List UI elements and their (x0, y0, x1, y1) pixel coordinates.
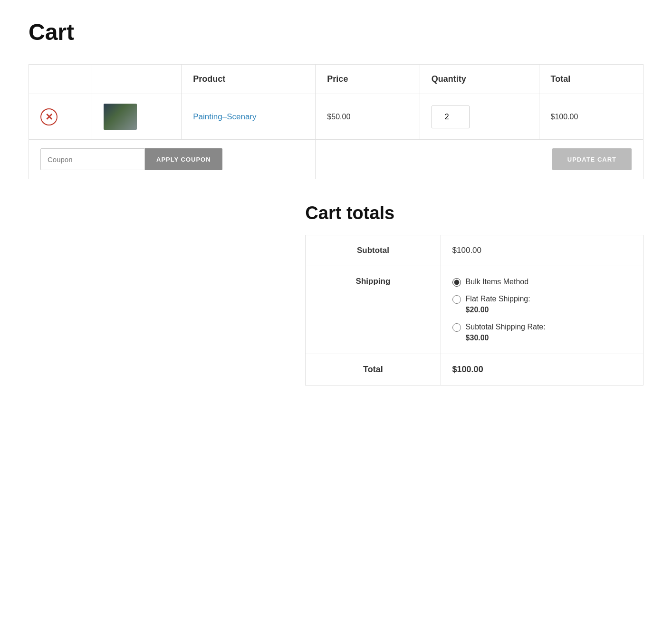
item-price: $50.00 (327, 113, 350, 121)
total-value-cell: $100.00 (441, 354, 643, 385)
col-header-image (92, 65, 182, 94)
total-amount: $100.00 (452, 365, 483, 374)
cart-actions-row: APPLY COUPON UPDATE CART (29, 140, 643, 179)
shipping-radio-bulk[interactable] (452, 278, 461, 287)
shipping-option-bulk[interactable]: Bulk Items Method (452, 277, 632, 287)
shipping-row: Shipping Bulk Items Method Flat Rate Shi… (306, 266, 643, 354)
total-cell: $100.00 (539, 94, 643, 140)
subtotal-row: Subtotal $100.00 (306, 235, 643, 266)
shipping-option-subtotal-label: Subtotal Shipping Rate: $30.00 (466, 322, 546, 343)
remove-cell: ✕ (29, 94, 92, 140)
update-cart-area: UPDATE CART (316, 140, 643, 179)
shipping-label: Shipping (306, 266, 441, 354)
col-header-quantity: Quantity (420, 65, 539, 94)
col-header-product: Product (182, 65, 316, 94)
subtotal-label: Subtotal (306, 235, 441, 266)
update-cart-button[interactable]: UPDATE CART (552, 148, 632, 170)
cart-totals-section: Cart totals Subtotal $100.00 Shipping (29, 203, 643, 386)
total-label: Total (306, 354, 441, 385)
cart-table: Product Price Quantity Total ✕ Painting–… (29, 64, 643, 179)
subtotal-rate-amount: $30.00 (466, 333, 546, 343)
totals-table: Subtotal $100.00 Shipping Bulk Items Met… (305, 235, 643, 386)
cart-totals-wrapper: Cart totals Subtotal $100.00 Shipping (305, 203, 643, 386)
subtotal-amount: $100.00 (452, 246, 481, 255)
cart-item-row: ✕ Painting–Scenary $50.00 $100.00 (29, 94, 643, 140)
shipping-radio-subtotal[interactable] (452, 323, 461, 332)
shipping-option-flat[interactable]: Flat Rate Shipping: $20.00 (452, 294, 632, 315)
product-link[interactable]: Painting–Scenary (193, 112, 256, 121)
shipping-options: Bulk Items Method Flat Rate Shipping: $2… (452, 277, 632, 343)
price-cell: $50.00 (316, 94, 420, 140)
cart-totals-title: Cart totals (305, 203, 643, 223)
product-thumbnail (104, 104, 137, 130)
shipping-radio-flat[interactable] (452, 295, 461, 304)
item-total: $100.00 (551, 113, 578, 121)
remove-icon: ✕ (40, 108, 58, 125)
subtotal-value: $100.00 (441, 235, 643, 266)
remove-item-button[interactable]: ✕ (40, 108, 58, 125)
page-title: Cart (29, 19, 643, 45)
apply-coupon-button[interactable]: APPLY COUPON (145, 148, 222, 170)
shipping-option-subtotal[interactable]: Subtotal Shipping Rate: $30.00 (452, 322, 632, 343)
shipping-option-bulk-label: Bulk Items Method (466, 277, 529, 287)
product-image-cell (92, 94, 182, 140)
quantity-input[interactable] (432, 106, 470, 128)
flat-rate-amount: $20.00 (466, 305, 530, 315)
shipping-option-flat-label: Flat Rate Shipping: $20.00 (466, 294, 530, 315)
col-header-price: Price (316, 65, 420, 94)
quantity-cell (420, 94, 539, 140)
col-header-remove (29, 65, 92, 94)
coupon-input[interactable] (40, 148, 145, 170)
total-row: Total $100.00 (306, 354, 643, 385)
product-name-cell: Painting–Scenary (182, 94, 316, 140)
coupon-area: APPLY COUPON (29, 140, 316, 179)
col-header-total: Total (539, 65, 643, 94)
shipping-options-cell: Bulk Items Method Flat Rate Shipping: $2… (441, 266, 643, 354)
